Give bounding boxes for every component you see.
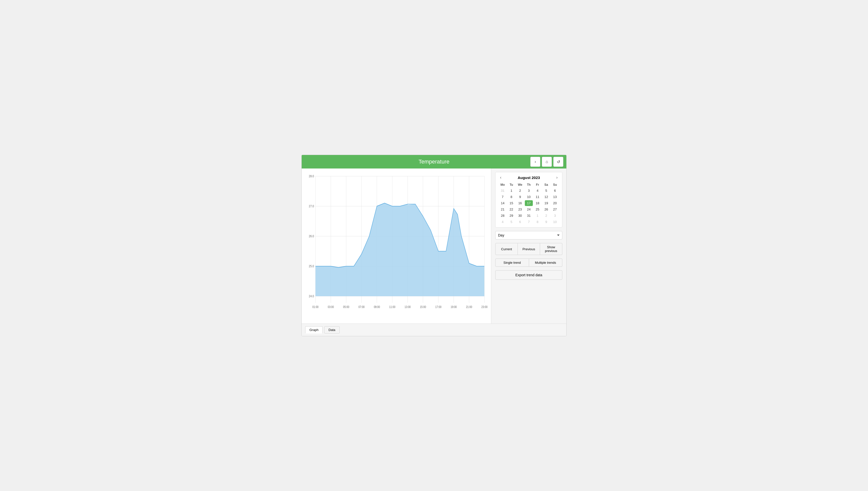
page-title: Temperature xyxy=(304,158,564,165)
cal-header-fr: Fr xyxy=(533,182,541,187)
cal-day[interactable]: 20 xyxy=(551,200,559,206)
chart-area: 28.0 27.0 26.0 25.0 24.0 01:00 03:00 05:… xyxy=(302,169,491,323)
tab-graph[interactable]: Graph xyxy=(305,326,323,334)
bottom-bar: Graph Data xyxy=(302,323,566,336)
svg-text:25.0: 25.0 xyxy=(309,264,314,268)
cal-day[interactable]: 14 xyxy=(499,200,507,206)
cal-day[interactable]: 7 xyxy=(525,219,533,225)
cal-day[interactable]: 4 xyxy=(499,219,507,225)
svg-text:11:00: 11:00 xyxy=(389,305,395,309)
cal-day[interactable]: 5 xyxy=(542,188,550,194)
cal-day[interactable]: 8 xyxy=(507,194,515,200)
cal-day[interactable]: 8 xyxy=(533,219,541,225)
svg-text:28.0: 28.0 xyxy=(309,174,314,178)
svg-text:24.0: 24.0 xyxy=(309,294,314,298)
cal-day[interactable]: 23 xyxy=(516,206,524,212)
sidebar: ‹ August 2023 › Mo Tu We Th Fr Sa Su 31 … xyxy=(491,169,566,323)
cal-header-sa: Sa xyxy=(542,182,550,187)
cal-day[interactable]: 6 xyxy=(516,219,524,225)
svg-text:09:00: 09:00 xyxy=(374,305,380,309)
svg-text:23:00: 23:00 xyxy=(481,305,487,309)
header-buttons: › ⌂ ↺ xyxy=(530,157,563,167)
tab-data[interactable]: Data xyxy=(324,326,339,334)
cal-day[interactable]: 3 xyxy=(525,188,533,194)
cal-day[interactable]: 31 xyxy=(525,213,533,219)
cal-day[interactable]: 5 xyxy=(507,219,515,225)
calendar-grid: Mo Tu We Th Fr Sa Su 31 1 2 3 4 5 6 7 xyxy=(499,182,559,225)
cal-day[interactable]: 15 xyxy=(507,200,515,206)
app-container: Temperature › ⌂ ↺ xyxy=(302,155,566,336)
calendar-header: ‹ August 2023 › xyxy=(499,175,559,180)
calendar-month-year: August 2023 xyxy=(517,175,540,180)
cal-header-su: Su xyxy=(551,182,559,187)
calendar: ‹ August 2023 › Mo Tu We Th Fr Sa Su 31 … xyxy=(495,172,562,228)
cal-day[interactable]: 1 xyxy=(533,213,541,219)
header: Temperature › ⌂ ↺ xyxy=(302,155,566,169)
cal-day[interactable]: 10 xyxy=(525,194,533,200)
prev-month-button[interactable]: ‹ xyxy=(499,175,503,180)
svg-text:21:00: 21:00 xyxy=(466,305,472,309)
current-button[interactable]: Current xyxy=(495,243,518,255)
cal-day[interactable]: 9 xyxy=(516,194,524,200)
cal-day[interactable]: 28 xyxy=(499,213,507,219)
previous-button[interactable]: Previous xyxy=(518,243,540,255)
svg-text:03:00: 03:00 xyxy=(328,305,334,309)
cal-header-th: Th xyxy=(525,182,533,187)
cal-day[interactable]: 30 xyxy=(516,213,524,219)
home-button[interactable]: ⌂ xyxy=(542,157,552,167)
main-content: 28.0 27.0 26.0 25.0 24.0 01:00 03:00 05:… xyxy=(302,169,566,323)
show-previous-button[interactable]: Show previous xyxy=(540,243,562,255)
forward-button[interactable]: › xyxy=(530,157,540,167)
cal-day[interactable]: 2 xyxy=(516,188,524,194)
multiple-trends-button[interactable]: Multiple trends xyxy=(529,259,563,267)
cal-day[interactable]: 24 xyxy=(525,206,533,212)
svg-text:13:00: 13:00 xyxy=(404,305,411,309)
next-month-button[interactable]: › xyxy=(555,175,559,180)
cal-day[interactable]: 21 xyxy=(499,206,507,212)
cal-day[interactable]: 16 xyxy=(516,200,524,206)
svg-text:15:00: 15:00 xyxy=(420,305,426,309)
cal-header-tu: Tu xyxy=(507,182,515,187)
cal-day[interactable]: 19 xyxy=(542,200,550,206)
svg-text:19:00: 19:00 xyxy=(451,305,457,309)
cal-day[interactable]: 4 xyxy=(533,188,541,194)
svg-text:26.0: 26.0 xyxy=(309,234,314,238)
single-trend-button[interactable]: Single trend xyxy=(495,259,529,267)
cal-day[interactable]: 27 xyxy=(551,206,559,212)
cal-day[interactable]: 11 xyxy=(533,194,541,200)
trend-period-buttons: Current Previous Show previous xyxy=(495,243,562,255)
refresh-button[interactable]: ↺ xyxy=(553,157,563,167)
cal-header-we: We xyxy=(516,182,524,187)
cal-day[interactable]: 10 xyxy=(551,219,559,225)
cal-header-mo: Mo xyxy=(499,182,507,187)
svg-text:05:00: 05:00 xyxy=(343,305,349,309)
cal-day[interactable]: 9 xyxy=(542,219,550,225)
cal-day[interactable]: 6 xyxy=(551,188,559,194)
trend-type-buttons: Single trend Multiple trends xyxy=(495,259,562,267)
cal-day[interactable]: 13 xyxy=(551,194,559,200)
chart-wrapper: 28.0 27.0 26.0 25.0 24.0 01:00 03:00 05:… xyxy=(304,171,488,321)
cal-day[interactable]: 31 xyxy=(499,188,507,194)
period-select[interactable]: Day Week Month Year xyxy=(495,231,562,239)
svg-text:01:00: 01:00 xyxy=(312,305,319,309)
cal-day[interactable]: 29 xyxy=(507,213,515,219)
cal-day[interactable]: 12 xyxy=(542,194,550,200)
cal-day[interactable]: 1 xyxy=(507,188,515,194)
svg-text:07:00: 07:00 xyxy=(359,305,365,309)
cal-day[interactable]: 7 xyxy=(499,194,507,200)
chart-svg: 28.0 27.0 26.0 25.0 24.0 01:00 03:00 05:… xyxy=(304,171,488,321)
cal-day[interactable]: 18 xyxy=(533,200,541,206)
export-button[interactable]: Export trend data xyxy=(495,270,562,280)
cal-day[interactable]: 26 xyxy=(542,206,550,212)
svg-text:27.0: 27.0 xyxy=(309,204,314,208)
cal-day[interactable]: 22 xyxy=(507,206,515,212)
chart-fill xyxy=(315,203,484,296)
cal-day[interactable]: 25 xyxy=(533,206,541,212)
cal-day[interactable]: 2 xyxy=(542,213,550,219)
cal-day[interactable]: 3 xyxy=(551,213,559,219)
svg-text:17:00: 17:00 xyxy=(435,305,442,309)
cal-day-selected[interactable]: 17 xyxy=(525,200,533,206)
